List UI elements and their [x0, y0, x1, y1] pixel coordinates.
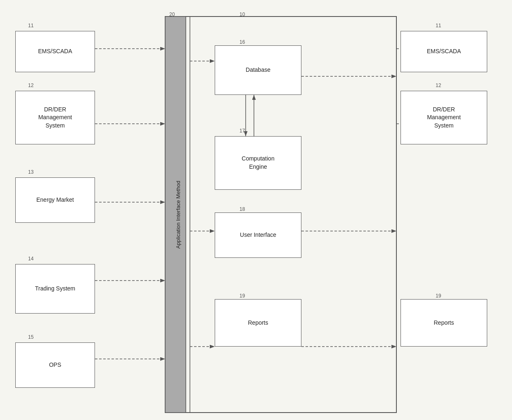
box-energy-market: Energy Market: [15, 177, 95, 223]
box-user-interface: User Interface: [215, 212, 301, 258]
label-15: 15: [28, 334, 33, 340]
label-12-left: 12: [28, 83, 33, 88]
app-interface-label: Application Interface Method: [168, 17, 188, 413]
label-19-right: 19: [436, 293, 441, 299]
diagram-container: 10 20 11 EMS/SCADA 12 DR/DER Management …: [0, 0, 512, 420]
label-11-right: 11: [436, 23, 441, 28]
label-17: 17: [239, 128, 245, 134]
label-19-center: 19: [239, 293, 245, 299]
label-18: 18: [239, 206, 245, 212]
box-ops: OPS: [15, 342, 95, 388]
label-12-right: 12: [436, 83, 441, 88]
box-reports-center: Reports: [215, 299, 301, 347]
label-16: 16: [239, 39, 245, 45]
box-computation-engine: Computation Engine: [215, 136, 301, 190]
box-ems-right: EMS/SCADA: [401, 31, 487, 72]
box-database: Database: [215, 45, 301, 95]
label-14: 14: [28, 256, 33, 262]
box-reports-right: Reports: [401, 299, 487, 347]
box-trading-system: Trading System: [15, 264, 95, 314]
label-11-left: 11: [28, 23, 33, 28]
box-dr-right: DR/DER Management System: [401, 91, 487, 144]
box-dr-left: DR/DER Management System: [15, 91, 95, 144]
label-10: 10: [239, 12, 245, 17]
label-13: 13: [28, 169, 33, 175]
box-ems-left: EMS/SCADA: [15, 31, 95, 72]
